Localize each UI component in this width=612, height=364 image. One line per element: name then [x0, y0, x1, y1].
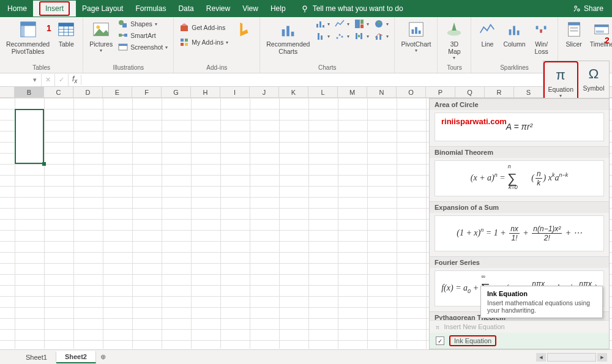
- col-header[interactable]: E: [103, 87, 132, 97]
- scatter-chart-button[interactable]: ▾: [333, 31, 351, 42]
- col-header[interactable]: C: [44, 87, 73, 97]
- tab-page-layout[interactable]: Page Layout: [76, 1, 129, 17]
- equation-button[interactable]: π Equation▾: [543, 61, 578, 102]
- equation-header-fourier: Fourier Series: [430, 256, 609, 268]
- pivotchart-button[interactable]: PivotChart▾: [398, 18, 433, 54]
- col-header[interactable]: O: [397, 87, 426, 97]
- ink-equation-tooltip: Ink Equation Insert mathematical equatio…: [480, 286, 603, 318]
- ink-equation-button[interactable]: ✓ Ink Equation: [430, 333, 609, 349]
- svg-rect-17: [124, 34, 127, 37]
- sparkline-winloss-button[interactable]: Win/ Loss: [529, 18, 554, 56]
- group-label-sparklines: Sparklines: [500, 63, 529, 73]
- symbol-button[interactable]: Ω Symbol: [578, 61, 609, 102]
- selected-cell[interactable]: [15, 109, 44, 164]
- bing-maps-button[interactable]: [231, 18, 256, 42]
- equation-item-area-of-circle[interactable]: riniisparwati.com A = πr²: [435, 113, 604, 141]
- table-icon: [56, 20, 76, 39]
- equation-item-expansion[interactable]: (1 + x)n = 1 + nx1! + n(n−1)x²2! + ⋯: [435, 215, 604, 251]
- tab-help[interactable]: Help: [264, 1, 292, 17]
- col-header[interactable]: M: [338, 87, 367, 97]
- col-header[interactable]: J: [250, 87, 279, 97]
- svg-rect-32: [360, 20, 364, 24]
- enter-formula[interactable]: ✓: [55, 74, 69, 86]
- col-header[interactable]: K: [279, 87, 308, 97]
- share-button[interactable]: Share: [565, 4, 611, 13]
- svg-rect-16: [119, 34, 122, 37]
- stat-chart-button[interactable]: ▾: [313, 31, 332, 42]
- svg-point-38: [339, 34, 341, 36]
- smartart-icon: [118, 31, 128, 40]
- smartart-button[interactable]: SmartArt: [116, 30, 170, 41]
- 3d-map-button[interactable]: 3D Map▾: [441, 18, 467, 62]
- col-header[interactable]: R: [485, 87, 514, 97]
- col-header[interactable]: P: [426, 87, 455, 97]
- group-addins: Get Add-ins My Add-ins ▾ Add-ins: [174, 17, 260, 73]
- combo-chart-button[interactable]: ▾: [372, 31, 390, 42]
- screenshot-button[interactable]: Screenshot ▾: [116, 42, 170, 53]
- store-icon: [179, 23, 189, 32]
- globe-icon: [374, 19, 384, 29]
- formula-input[interactable]: [81, 74, 612, 86]
- treemap-icon: [354, 19, 364, 29]
- equation-gallery: Area of Circle riniisparwati.com A = πr²…: [429, 98, 610, 349]
- scroll-left[interactable]: ◄: [536, 353, 546, 362]
- pi-icon: π: [551, 65, 570, 84]
- col-header[interactable]: B: [15, 87, 44, 97]
- col-header[interactable]: S: [514, 87, 543, 97]
- col-header[interactable]: F: [132, 87, 162, 97]
- svg-rect-53: [536, 26, 538, 29]
- col-header[interactable]: G: [162, 87, 191, 97]
- tab-home[interactable]: Home: [1, 1, 33, 17]
- column-chart-button[interactable]: ▾: [313, 18, 332, 29]
- recommended-charts-button[interactable]: Recommended Charts: [264, 18, 312, 56]
- col-header[interactable]: D: [73, 87, 103, 97]
- get-addins-button[interactable]: Get Add-ins: [177, 22, 230, 33]
- formula-bar: ▾ ✕ ✓ fx: [0, 73, 612, 87]
- sparkline-line-button[interactable]: Line: [475, 18, 499, 49]
- histogram-icon: [315, 31, 325, 41]
- my-addins-button[interactable]: My Add-ins ▾: [177, 37, 230, 48]
- fx-label[interactable]: fx: [69, 75, 81, 84]
- line-chart-button[interactable]: ▾: [333, 18, 351, 29]
- waterfall-chart-button[interactable]: ▾: [353, 31, 371, 42]
- tab-insert[interactable]: Insert: [33, 1, 76, 17]
- svg-rect-40: [356, 33, 357, 39]
- sheet-tab-2[interactable]: Sheet2: [56, 351, 96, 363]
- tab-data[interactable]: Data: [172, 1, 200, 17]
- symbols-dropdown: π Equation▾ Ω Symbol: [543, 61, 610, 103]
- group-charts: Recommended Charts ▾ ▾ ▾ ▾ ▾ ▾ ▾ ▾ Chart…: [260, 17, 395, 73]
- name-box-dropdown[interactable]: ▾: [28, 74, 42, 86]
- fill-handle[interactable]: [42, 162, 46, 166]
- map3d-icon: [444, 20, 464, 39]
- map-chart-button[interactable]: ▾: [372, 18, 390, 29]
- pictures-button[interactable]: Pictures▾: [87, 18, 115, 54]
- addins-icon: [179, 37, 189, 47]
- svg-rect-52: [517, 31, 519, 35]
- add-sheet-button[interactable]: ⊕: [96, 353, 111, 361]
- bar-chart-icon: [315, 19, 325, 29]
- col-header[interactable]: L: [308, 87, 338, 97]
- tab-review[interactable]: Review: [200, 1, 236, 17]
- tab-formulas[interactable]: Formulas: [129, 1, 172, 17]
- tell-me-search[interactable]: Tell me what you want to do: [296, 4, 408, 13]
- equation-item-binomial[interactable]: (x + a)n = ∑k=0n (nk) xkan−k: [435, 160, 604, 196]
- hierarchy-chart-button[interactable]: ▾: [353, 18, 371, 29]
- cancel-formula[interactable]: ✕: [42, 74, 55, 86]
- col-header[interactable]: N: [367, 87, 397, 97]
- col-header[interactable]: Q: [455, 87, 485, 97]
- scroll-right[interactable]: ►: [597, 353, 607, 362]
- sheet-tab-1[interactable]: Sheet1: [17, 352, 56, 363]
- table-button[interactable]: Table: [53, 18, 79, 49]
- slicer-button[interactable]: Slicer: [562, 18, 586, 49]
- shapes-button[interactable]: Shapes ▾: [116, 18, 170, 29]
- svg-rect-62: [596, 31, 604, 33]
- svg-rect-50: [509, 29, 511, 35]
- col-header[interactable]: I: [220, 87, 250, 97]
- checkbox-icon: ✓: [436, 336, 444, 345]
- tab-view[interactable]: View: [236, 1, 264, 17]
- horizontal-scrollbar[interactable]: ◄ ►: [536, 353, 612, 362]
- col-header[interactable]: H: [191, 87, 220, 97]
- recommended-pivottables-button[interactable]: Recommended PivotTables: [4, 18, 52, 56]
- sparkline-column-button[interactable]: Column: [501, 18, 528, 49]
- svg-point-13: [97, 25, 100, 29]
